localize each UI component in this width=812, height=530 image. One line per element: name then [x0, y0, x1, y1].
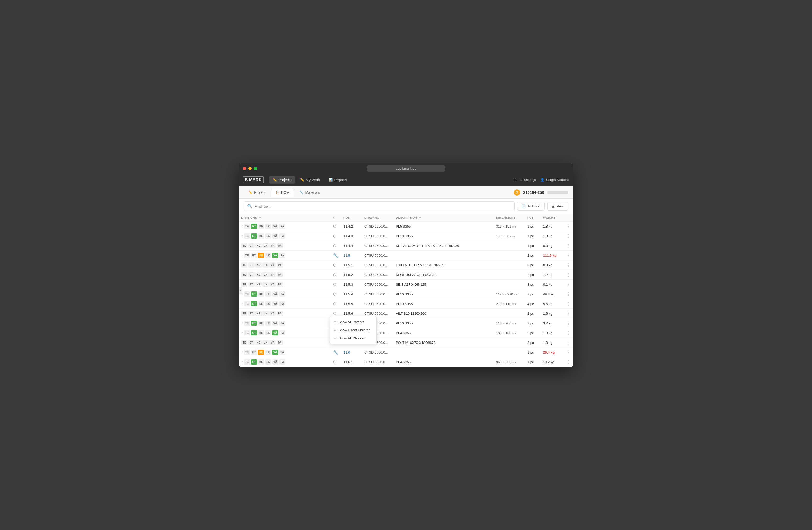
- division-badge-pa[interactable]: PA: [279, 330, 286, 335]
- more-icon[interactable]: ⋮: [567, 224, 571, 228]
- division-badge-lk[interactable]: LK: [265, 224, 271, 229]
- division-badge-te[interactable]: TE: [244, 253, 250, 258]
- print-button[interactable]: 🖨 Print: [547, 202, 568, 211]
- division-badge-lk[interactable]: LK: [265, 301, 271, 306]
- maximize-button[interactable]: [254, 167, 257, 170]
- more-icon[interactable]: ⋮: [567, 321, 571, 325]
- division-badge-lk[interactable]: LK: [262, 340, 269, 345]
- division-badge-va[interactable]: VÄ: [270, 340, 276, 345]
- division-badge-pa[interactable]: PA: [279, 321, 286, 326]
- nav-item-reports[interactable]: 📊 Reports: [325, 176, 351, 184]
- cell-pos[interactable]: 11.5: [341, 251, 362, 260]
- cell-more[interactable]: ⋮: [564, 280, 574, 289]
- division-badge-pa[interactable]: PA: [279, 359, 286, 364]
- division-badge-ke[interactable]: KE: [255, 262, 262, 268]
- division-badge-va[interactable]: VÄ: [270, 262, 276, 268]
- cell-more[interactable]: ⋮: [564, 318, 574, 328]
- more-icon[interactable]: ⋮: [567, 360, 571, 364]
- division-badge-ke[interactable]: KE: [255, 243, 262, 248]
- division-badge-pa[interactable]: PA: [276, 262, 283, 268]
- division-badge-te[interactable]: TE: [244, 291, 250, 297]
- expand-icon[interactable]: ↑: [241, 321, 243, 325]
- division-badge-va[interactable]: VÄ: [272, 224, 278, 229]
- division-badge-lk[interactable]: LK: [262, 243, 269, 248]
- pos-link[interactable]: 11.5: [344, 253, 350, 257]
- division-badge-lk[interactable]: LK: [265, 233, 271, 239]
- division-badge-pa[interactable]: PA: [276, 311, 283, 316]
- more-icon[interactable]: ⋮: [567, 311, 571, 316]
- ctx-show-direct-children[interactable]: ⬇ Show Direct Children: [330, 326, 376, 334]
- division-badge-ke[interactable]: KE: [255, 311, 262, 316]
- division-badge-va[interactable]: VÄ: [272, 253, 278, 258]
- division-badge-lk[interactable]: LK: [265, 350, 271, 355]
- division-badge-ke[interactable]: KE: [258, 359, 264, 364]
- division-badge-pa[interactable]: PA: [279, 350, 286, 355]
- expand-icon[interactable]: ↑: [241, 234, 243, 238]
- division-badge-lk[interactable]: LK: [262, 282, 269, 287]
- division-badge-pa[interactable]: PA: [279, 224, 286, 229]
- division-badge-et[interactable]: ET: [248, 282, 255, 287]
- division-badge-te[interactable]: TE: [244, 330, 250, 335]
- cell-pos[interactable]: 11.6: [341, 348, 362, 357]
- cell-more[interactable]: ⋮: [564, 289, 574, 299]
- close-button[interactable]: [243, 167, 246, 170]
- division-badge-et[interactable]: ET: [251, 359, 257, 364]
- division-badge-ke[interactable]: KE: [258, 301, 264, 306]
- division-badge-pa[interactable]: PA: [279, 301, 286, 306]
- division-badge-lk[interactable]: LK: [262, 311, 269, 316]
- more-icon[interactable]: ⋮: [567, 263, 571, 267]
- cell-more[interactable]: ⋮: [564, 309, 574, 318]
- division-badge-ke[interactable]: KE: [258, 291, 264, 297]
- division-badge-ke[interactable]: KE: [258, 224, 264, 229]
- division-badge-pa[interactable]: PA: [276, 272, 283, 277]
- division-badge-pa[interactable]: PA: [276, 243, 283, 248]
- division-badge-pa[interactable]: PA: [279, 291, 286, 297]
- ctx-show-all-parents[interactable]: ⬆ Show All Parents: [330, 318, 376, 326]
- cell-more[interactable]: ⋮: [564, 231, 574, 241]
- settings-button[interactable]: ≡ Settings: [520, 178, 536, 182]
- search-input[interactable]: [255, 204, 511, 208]
- division-badge-va[interactable]: VÄ: [272, 350, 278, 355]
- minimize-button[interactable]: [248, 167, 252, 170]
- url-bar[interactable]: app.bmark.ee: [367, 166, 445, 171]
- division-badge-te[interactable]: TE: [241, 340, 247, 345]
- tab-project[interactable]: ✏️ Project: [244, 188, 270, 197]
- division-badge-et[interactable]: ET: [251, 330, 257, 335]
- division-badge-et[interactable]: ET: [251, 350, 257, 355]
- division-badge-te[interactable]: TE: [241, 282, 247, 287]
- expand-icon[interactable]: ↑: [241, 350, 243, 354]
- division-badge-ke[interactable]: KE: [258, 253, 264, 258]
- division-badge-va[interactable]: VÄ: [270, 243, 276, 248]
- excel-button[interactable]: 📄 To Excel: [517, 202, 545, 211]
- division-badge-te[interactable]: TE: [241, 262, 247, 268]
- division-badge-et[interactable]: ET: [251, 233, 257, 239]
- tab-materials[interactable]: 🔧 Materials: [295, 188, 324, 197]
- cell-more[interactable]: ⋮: [564, 222, 574, 231]
- division-badge-va[interactable]: VÄ: [272, 330, 278, 335]
- division-badge-lk[interactable]: LK: [265, 291, 271, 297]
- division-badge-et[interactable]: ET: [248, 340, 255, 345]
- division-badge-lk[interactable]: LK: [265, 359, 271, 364]
- cell-more[interactable]: ⋮: [564, 299, 574, 309]
- ctx-show-all-children[interactable]: ⬇ Show All Children: [330, 334, 376, 342]
- division-badge-te[interactable]: TE: [244, 301, 250, 306]
- expand-icon[interactable]: ↑: [241, 360, 243, 364]
- more-icon[interactable]: ⋮: [567, 340, 571, 345]
- division-badge-te[interactable]: TE: [241, 311, 247, 316]
- more-icon[interactable]: ⋮: [567, 350, 571, 354]
- division-badge-pa[interactable]: PA: [276, 340, 283, 345]
- division-badge-et[interactable]: ET: [251, 224, 257, 229]
- sidebar-toggle[interactable]: ›: [238, 287, 242, 294]
- division-badge-lk[interactable]: LK: [265, 253, 271, 258]
- more-icon[interactable]: ⋮: [567, 292, 571, 296]
- division-badge-va[interactable]: VÄ: [272, 359, 278, 364]
- more-icon[interactable]: ⋮: [567, 243, 571, 248]
- division-badge-pa[interactable]: PA: [279, 253, 286, 258]
- cell-more[interactable]: ⋮: [564, 241, 574, 251]
- division-badge-te[interactable]: TE: [244, 359, 250, 364]
- division-badge-lk[interactable]: LK: [265, 330, 271, 335]
- division-badge-ke[interactable]: KE: [258, 233, 264, 239]
- division-badge-ke[interactable]: KE: [258, 350, 264, 355]
- division-badge-va[interactable]: VÄ: [272, 233, 278, 239]
- more-icon[interactable]: ⋮: [567, 282, 571, 287]
